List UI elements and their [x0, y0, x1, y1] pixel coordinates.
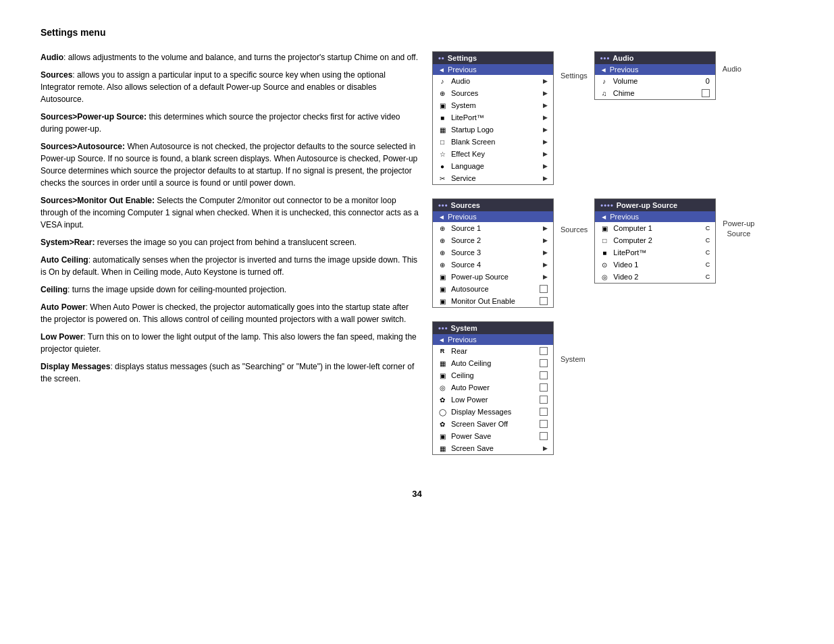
video2-label: Video 2 [613, 273, 702, 281]
liteport-powerup-item[interactable]: ■ LitePort™ C [595, 246, 715, 259]
screen-save-arrow: ▶ [543, 445, 548, 452]
settings-system-item[interactable]: ▣ System ▶ [433, 99, 553, 111]
settings-liteport-item[interactable]: ■ LitePort™ ▶ [433, 111, 553, 124]
low-power-item[interactable]: ✿ Low Power [433, 394, 553, 406]
screen-save-item[interactable]: ▦ Screen Save ▶ [433, 442, 553, 454]
settings-blank-screen-item[interactable]: □ Blank Screen ▶ [433, 136, 553, 148]
auto-ceiling-item[interactable]: ▦ Auto Ceiling [433, 357, 553, 369]
source3-label: Source 3 [451, 248, 540, 257]
autosource-icon: ▣ [437, 286, 448, 293]
monitor-out-item[interactable]: ▣ Monitor Out Enable [433, 295, 553, 307]
video1-item[interactable]: ⊙ Video 1 C [595, 259, 715, 271]
powerup-back[interactable]: ◄ Previous [595, 211, 715, 222]
computer1-item[interactable]: ▣ Computer 1 C [595, 222, 715, 234]
video2-item[interactable]: ◎ Video 2 C [595, 271, 715, 283]
sources-back-arrow: ◄ [438, 213, 445, 221]
settings-service-item[interactable]: ✂ Service ▶ [433, 172, 553, 184]
rear-item[interactable]: R Rear [433, 345, 553, 357]
chime-check[interactable] [702, 89, 710, 97]
computer2-label: Computer 2 [613, 236, 702, 244]
source1-item[interactable]: ⊕ Source 1 ▶ [433, 222, 553, 234]
blank-screen-icon: □ [437, 138, 448, 146]
low-power-icon: ✿ [437, 396, 448, 404]
auto-power-check[interactable] [540, 383, 548, 392]
screen-saver-off-label: Screen Saver Off [451, 420, 536, 428]
liteport-arrow: ▶ [543, 114, 548, 121]
audio-volume-item[interactable]: ♪ Volume 0 [595, 75, 715, 87]
system-menu-header: ••• System [433, 322, 553, 334]
audio-icon: ♪ [437, 78, 448, 85]
settings-language-item[interactable]: ● Language ▶ [433, 160, 553, 172]
auto-power-item[interactable]: ◎ Auto Power [433, 381, 553, 394]
low-power-check[interactable] [540, 396, 548, 404]
audio-back[interactable]: ◄ Previous [595, 64, 715, 75]
system-arrow: ▶ [543, 102, 548, 109]
settings-sources-item[interactable]: ⊕ Sources ▶ [433, 87, 553, 99]
powerup-menu: •••• Power-up Source ◄ Previous ▣ Comput… [594, 198, 716, 284]
auto-power-icon: ◎ [437, 384, 448, 392]
liteport-powerup-radio[interactable]: C [706, 249, 710, 256]
sources-back[interactable]: ◄ Previous [433, 211, 553, 222]
computer2-item[interactable]: □ Computer 2 C [595, 234, 715, 246]
settings-back[interactable]: ◄ Previous [433, 64, 553, 75]
source2-item[interactable]: ⊕ Source 2 ▶ [433, 234, 553, 246]
system-label: System [451, 101, 540, 109]
ceiling-item[interactable]: ▣ Ceiling [433, 369, 553, 381]
blank-screen-label: Blank Screen [451, 138, 540, 146]
system-icon: ▣ [437, 102, 448, 109]
source3-item[interactable]: ⊕ Source 3 ▶ [433, 246, 553, 259]
power-save-check[interactable] [540, 432, 548, 440]
audio-chime-item[interactable]: ♫ Chime [595, 87, 715, 99]
liteport-powerup-icon: ■ [599, 249, 610, 257]
audio-side-label: Audio [723, 65, 741, 73]
sources-icon: ⊕ [437, 90, 448, 97]
source3-arrow: ▶ [543, 249, 548, 256]
ceiling-check[interactable] [540, 371, 548, 379]
computer1-radio[interactable]: C [706, 225, 710, 232]
audio-arrow: ▶ [543, 78, 548, 84]
screen-save-label: Screen Save [451, 444, 540, 452]
power-save-item[interactable]: ▣ Power Save [433, 430, 553, 442]
powerup-source-icon: ▣ [437, 273, 448, 281]
rear-label: Rear [451, 347, 536, 355]
effect-key-label: Effect Key [451, 150, 540, 158]
display-messages-check[interactable] [540, 408, 548, 416]
computer1-icon: ▣ [599, 225, 610, 232]
settings-side-label: Settings [561, 72, 588, 80]
audio-back-label: Previous [610, 65, 639, 74]
volume-value: 0 [706, 77, 710, 85]
settings-effect-key-item[interactable]: ☆ Effect Key ▶ [433, 148, 553, 160]
settings-back-label: Previous [448, 65, 477, 74]
video2-radio[interactable]: C [706, 273, 710, 280]
source4-item[interactable]: ⊕ Source 4 ▶ [433, 259, 553, 271]
screen-saver-off-item[interactable]: ✿ Screen Saver Off [433, 418, 553, 430]
screen-saver-off-check[interactable] [540, 420, 548, 428]
system-back[interactable]: ◄ Previous [433, 334, 553, 345]
source4-arrow: ▶ [543, 261, 548, 268]
audio-menu-header: ••• Audio [595, 52, 715, 64]
service-label: Service [451, 174, 540, 182]
settings-audio-item[interactable]: ♪ Audio ▶ [433, 75, 553, 87]
settings-label: Settings [448, 54, 477, 62]
sources-side-label: Sources [561, 225, 588, 234]
rear-check[interactable] [540, 347, 548, 355]
powerup-side-label: Power-up [723, 219, 754, 229]
autosource-check[interactable] [540, 285, 548, 293]
service-icon: ✂ [437, 175, 448, 182]
settings-startup-logo-item[interactable]: ▦ Startup Logo ▶ [433, 124, 553, 136]
ceiling-icon: ▣ [437, 372, 448, 379]
monitor-out-label: Monitor Out Enable [451, 297, 536, 305]
sources-label: Sources [451, 89, 540, 97]
auto-ceiling-check[interactable] [540, 359, 548, 367]
autosource-item[interactable]: ▣ Autosource [433, 283, 553, 295]
display-messages-item[interactable]: ◯ Display Messages [433, 406, 553, 418]
powerup-source-item[interactable]: ▣ Power-up Source ▶ [433, 271, 553, 283]
video1-radio[interactable]: C [706, 261, 710, 268]
row-system: ••• System ◄ Previous R Rear ▦ Auto Ceil… [432, 321, 793, 455]
monitor-out-check[interactable] [540, 297, 548, 305]
ceiling-label: Ceiling [451, 371, 536, 379]
audio-menu: ••• Audio ◄ Previous ♪ Volume 0 ♫ Chime [594, 51, 716, 100]
sources-menu: ••• Sources ◄ Previous ⊕ Source 1 ▶ ⊕ So… [432, 198, 554, 308]
computer2-radio[interactable]: C [706, 237, 710, 244]
page-number: 34 [41, 489, 793, 499]
